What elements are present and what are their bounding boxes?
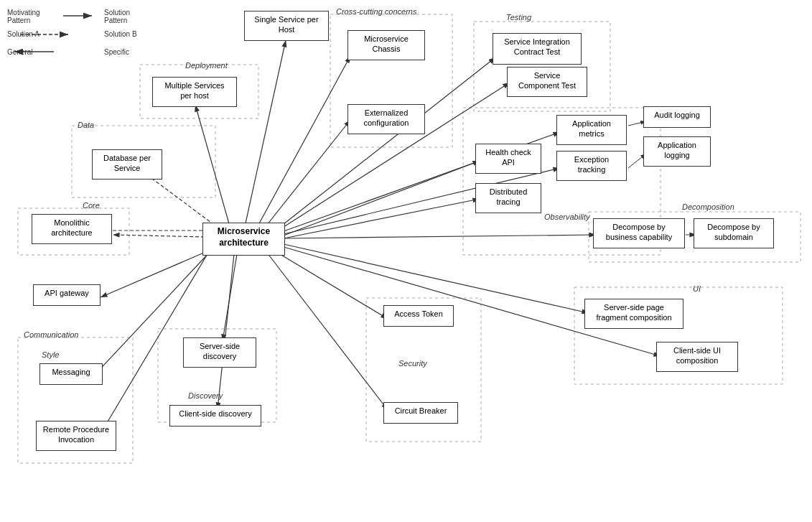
node-decompose-business: Decompose bybusiness capability [593, 218, 685, 248]
svg-line-28 [264, 120, 350, 228]
label-style: Style [42, 350, 59, 359]
svg-line-29 [269, 248, 388, 319]
node-server-side-fragment: Server-side pagefragment composition [584, 299, 683, 329]
svg-line-37 [284, 235, 596, 238]
node-circuit-breaker: Circuit Breaker [383, 402, 458, 424]
node-application-metrics: Applicationmetrics [556, 115, 627, 145]
svg-line-25 [223, 254, 237, 341]
arrows-svg [0, 0, 812, 522]
legend-general: General [7, 48, 33, 56]
label-core: Core [83, 201, 100, 210]
svg-line-17 [244, 40, 286, 230]
node-application-logging: Applicationlogging [643, 136, 711, 167]
node-client-side-ui: Client-side UIcomposition [656, 342, 738, 372]
label-security: Security [398, 359, 427, 368]
node-messaging: Messaging [39, 363, 103, 385]
node-api-gateway: API gateway [33, 284, 101, 306]
node-externalized-config: Externalizedconfiguration [347, 104, 425, 134]
node-decompose-subdomain: Decompose bysubdomain [694, 218, 774, 248]
label-cross-cutting: Cross-cutting concerns [336, 7, 417, 16]
node-distributed-tracing: Distributedtracing [475, 183, 541, 213]
label-communication: Communication [24, 330, 78, 339]
svg-line-39 [284, 244, 589, 313]
label-data: Data [78, 121, 94, 129]
node-audit-logging: Audit logging [643, 106, 711, 128]
svg-line-31 [284, 161, 480, 236]
svg-line-34 [284, 199, 480, 238]
node-server-side-discovery: Server-sidediscovery [183, 337, 256, 368]
label-decomposition: Decomposition [682, 202, 734, 211]
node-service-integration: Service IntegrationContract Test [493, 33, 582, 65]
node-client-side-discovery: Client-side discovery [169, 405, 261, 427]
svg-line-20 [113, 235, 205, 237]
node-database-per-service: Database perService [92, 149, 162, 180]
node-microservice: Microservicearchitecture [202, 223, 285, 256]
node-remote-procedure: Remote ProcedureInvocation [36, 421, 116, 451]
svg-line-26 [218, 254, 234, 409]
node-access-token: Access Token [383, 305, 454, 327]
label-deployment: Deployment [185, 61, 228, 70]
node-service-component: ServiceComponent Test [507, 67, 587, 97]
node-microservice-chassis: MicroserviceChassis [347, 30, 425, 60]
node-multiple-services: Multiple Servicesper host [152, 77, 237, 107]
svg-line-22 [101, 248, 215, 297]
svg-line-19 [144, 172, 219, 228]
legend-solution-a: Solution A [7, 30, 39, 38]
diagram-container: MotivatingPattern SolutionPattern Soluti… [0, 0, 812, 522]
label-discovery: Discovery [188, 391, 223, 400]
svg-line-35 [280, 57, 495, 227]
legend-solution: SolutionPattern [104, 9, 130, 24]
legend-motivating: MotivatingPattern [7, 9, 40, 24]
svg-line-18 [195, 105, 230, 226]
label-testing: Testing [506, 13, 531, 22]
svg-line-30 [267, 253, 388, 410]
legend-solution-b: Solution B [104, 30, 137, 38]
svg-line-27 [258, 56, 350, 225]
node-health-check: Health checkAPI [475, 144, 541, 174]
node-exception-tracking: Exceptiontracking [556, 151, 627, 181]
label-ui: UI [693, 284, 701, 293]
legend-specific: Specific [104, 48, 129, 56]
node-monolithic: Monolithicarchitecture [32, 214, 112, 244]
label-observability: Observability [544, 213, 590, 221]
node-single-service: Single Service perHost [244, 11, 329, 41]
